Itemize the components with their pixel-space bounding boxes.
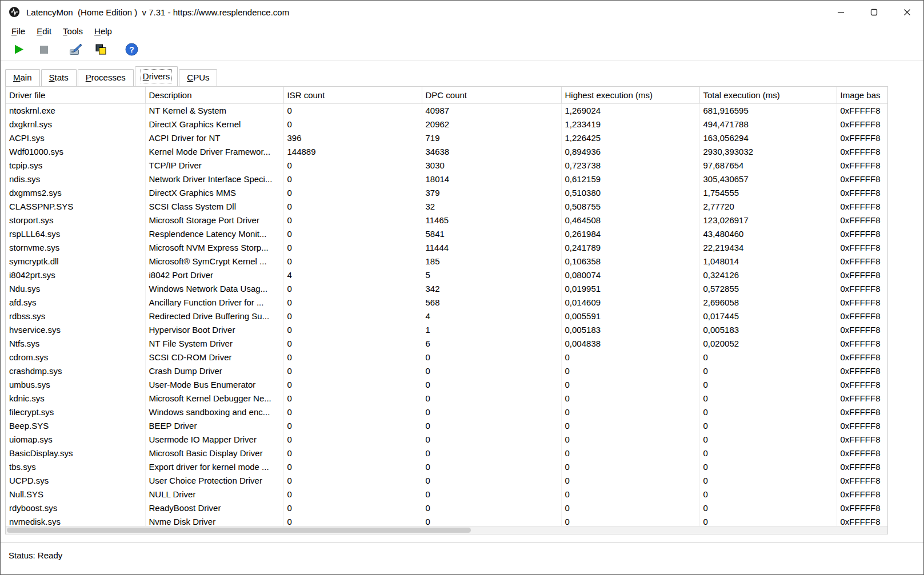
analyze-hardware-button[interactable] (68, 42, 83, 57)
table-row[interactable]: dxgmms2.sysDirectX Graphics MMS03790,510… (6, 186, 887, 199)
table-cell: 0xFFFFF8 (837, 254, 887, 268)
table-row[interactable]: symcryptk.dllMicrosoft® SymCrypt Kernel … (6, 254, 887, 268)
scrollbar-thumb[interactable] (7, 528, 471, 533)
table-cell: 0 (283, 350, 422, 364)
help-button[interactable]: ? (124, 42, 139, 57)
table-row[interactable]: Ntfs.sysNT File System Driver060,0048380… (6, 336, 887, 350)
table-cell: Export driver for kernel mode ... (145, 460, 283, 473)
menu-edit[interactable]: Edit (31, 25, 57, 38)
column-header[interactable]: DPC count (422, 87, 561, 103)
table-row[interactable]: rdyboost.sysReadyBoost Driver00000xFFFFF… (6, 501, 887, 514)
table-cell: BasicDisplay.sys (6, 446, 145, 460)
column-header[interactable]: ISR count (283, 87, 422, 103)
column-header[interactable]: Highest execution (ms) (561, 87, 699, 103)
table-cell: Microsoft Storage Port Driver (145, 213, 283, 227)
tab-bar: MainStatsProcessesDriversCPUs (1, 61, 923, 86)
table-row[interactable]: kdnic.sysMicrosoft Kernel Debugger Ne...… (6, 391, 887, 405)
minimize-button[interactable] (824, 1, 857, 23)
table-row[interactable]: uiomap.sysUsermode IO Mapper Driver00000… (6, 432, 887, 446)
table-row[interactable]: crashdmp.sysCrash Dump Driver00000xFFFFF… (6, 364, 887, 377)
table-cell: 0xFFFFF8 (837, 323, 887, 336)
table-cell: 0,324126 (699, 268, 837, 282)
svg-text:?: ? (129, 45, 134, 54)
column-header[interactable]: Description (145, 87, 283, 103)
table-cell: 0 (561, 391, 699, 405)
table-row[interactable]: afd.sysAncillary Function Driver for ...… (6, 295, 887, 309)
table-row[interactable]: tcpip.sysTCP/IP Driver030300,72373897,68… (6, 158, 887, 172)
table-cell: nvmedisk.sys (6, 514, 145, 526)
table-cell: 185 (422, 254, 561, 268)
table-cell: 0 (283, 213, 422, 227)
table-row[interactable]: UCPD.sysUser Choice Protection Driver000… (6, 473, 887, 487)
table-cell: 123,026917 (699, 213, 837, 227)
table-cell: 1 (422, 323, 561, 336)
copy-report-button[interactable] (93, 42, 109, 57)
stop-monitor-button[interactable] (36, 42, 51, 57)
tab-stats[interactable]: Stats (41, 69, 77, 86)
table-row[interactable]: ACPI.sysACPI Driver for NT3967191,226425… (6, 131, 887, 144)
table-body: ntoskrnl.exeNT Kernel & System0409871,26… (6, 103, 887, 526)
table-row[interactable]: hvservice.sysHypervisor Boot Driver010,0… (6, 323, 887, 336)
table-cell: 0 (283, 282, 422, 295)
table-cell: 0 (561, 405, 699, 419)
column-header[interactable]: Driver file (6, 87, 145, 103)
table-cell: 0 (422, 501, 561, 514)
menu-help[interactable]: Help (89, 25, 118, 38)
table-row[interactable]: cdrom.sysSCSI CD-ROM Driver00000xFFFFF8 (6, 350, 887, 364)
table-cell: Null.SYS (6, 487, 145, 501)
table-cell: 0 (561, 350, 699, 364)
table-row[interactable]: Beep.SYSBEEP Driver00000xFFFFF8 (6, 419, 887, 432)
table-row[interactable]: dxgkrnl.sysDirectX Graphics Kernel020962… (6, 117, 887, 131)
horizontal-scrollbar[interactable] (6, 526, 887, 534)
table-cell: 0,464508 (561, 213, 699, 227)
table-row[interactable]: BasicDisplay.sysMicrosoft Basic Display … (6, 446, 887, 460)
tab-main[interactable]: Main (5, 69, 40, 86)
table-cell: 0 (422, 350, 561, 364)
minimize-icon (837, 9, 845, 16)
maximize-button[interactable] (857, 1, 890, 23)
table-cell: 0 (422, 405, 561, 419)
menu-file[interactable]: File (6, 25, 31, 38)
window-title: LatencyMon (Home Edition ) v 7.31 - http… (26, 7, 289, 17)
table-row[interactable]: ndis.sysNetwork Driver Interface Speci..… (6, 172, 887, 186)
table-cell: tcpip.sys (6, 158, 145, 172)
column-header[interactable]: Total execution (ms) (699, 87, 837, 103)
column-header[interactable]: Image bas (837, 87, 887, 103)
table-row[interactable]: i8042prt.sysi8042 Port Driver450,0800740… (6, 268, 887, 282)
table-cell: NT File System Driver (145, 336, 283, 350)
close-button[interactable] (890, 1, 923, 23)
drivers-table-viewport: Driver fileDescriptionISR countDPC count… (6, 87, 887, 526)
table-cell: UCPD.sys (6, 473, 145, 487)
table-cell: 0 (699, 501, 837, 514)
tab-cpus[interactable]: CPUs (179, 69, 217, 86)
start-monitor-button[interactable] (11, 42, 26, 57)
tab-label: Drivers (143, 71, 170, 81)
table-row[interactable]: ntoskrnl.exeNT Kernel & System0409871,26… (6, 103, 887, 117)
table-row[interactable]: nvmedisk.sysNvme Disk Driver00000xFFFFF8 (6, 514, 887, 526)
table-row[interactable]: stornvme.sysMicrosoft NVM Express Storp.… (6, 240, 887, 254)
table-cell: 0 (283, 419, 422, 432)
table-row[interactable]: rspLLL64.sysResplendence Latency Monit..… (6, 227, 887, 240)
table-row[interactable]: CLASSPNP.SYSSCSI Class System Dll0320,50… (6, 199, 887, 213)
table-row[interactable]: storport.sysMicrosoft Storage Port Drive… (6, 213, 887, 227)
table-cell: 0 (699, 460, 837, 473)
table-row[interactable]: Wdf01000.sysKernel Mode Driver Framewor.… (6, 144, 887, 158)
table-row[interactable]: filecrypt.sysWindows sandboxing and enc.… (6, 405, 887, 419)
table-row[interactable]: umbus.sysUser-Mode Bus Enumerator00000xF… (6, 377, 887, 391)
tab-processes[interactable]: Processes (78, 69, 134, 86)
table-row[interactable]: tbs.sysExport driver for kernel mode ...… (6, 460, 887, 473)
table-row[interactable]: Null.SYSNULL Driver00000xFFFFF8 (6, 487, 887, 501)
menu-tools[interactable]: Tools (57, 25, 89, 38)
table-cell: 4 (422, 309, 561, 323)
table-cell: 0,014609 (561, 295, 699, 309)
table-cell: dxgkrnl.sys (6, 117, 145, 131)
table-cell: Microsoft Kernel Debugger Ne... (145, 391, 283, 405)
table-row[interactable]: rdbss.sysRedirected Drive Buffering Su..… (6, 309, 887, 323)
table-cell: kdnic.sys (6, 391, 145, 405)
table-cell: 34638 (422, 144, 561, 158)
table-row[interactable]: Ndu.sysWindows Network Data Usag...03420… (6, 282, 887, 295)
tab-drivers[interactable]: Drivers (135, 66, 178, 86)
table-cell: 0xFFFFF8 (837, 446, 887, 460)
table-cell: 18014 (422, 172, 561, 186)
table-cell: 0 (422, 377, 561, 391)
